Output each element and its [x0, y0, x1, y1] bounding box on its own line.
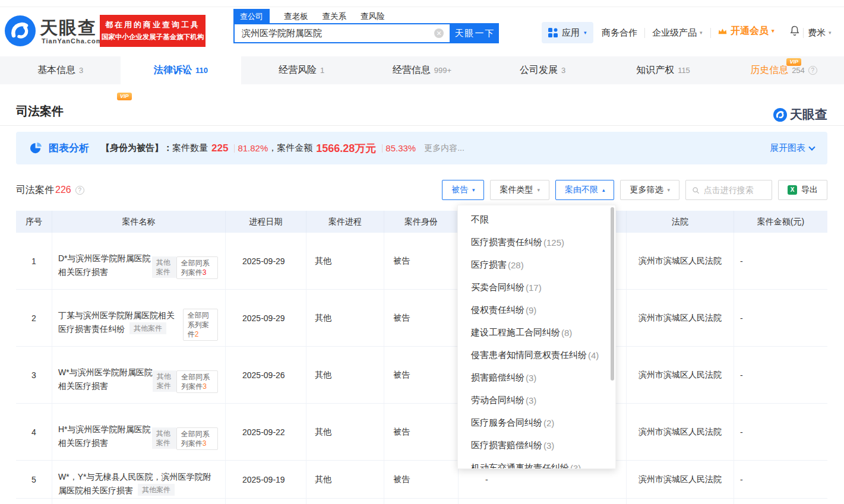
search-tab-relation[interactable]: 查关系: [323, 11, 347, 22]
tab-count: 254: [792, 66, 805, 75]
search-tab-boss[interactable]: 查老板: [284, 11, 308, 22]
tianyancha-logo-icon[interactable]: [5, 15, 36, 46]
case-amount-percent: 85.33%: [385, 143, 416, 153]
cause-option-label: 医疗损害: [471, 259, 507, 271]
series-count: 2: [195, 330, 199, 338]
list-count: 226: [55, 185, 71, 195]
cause-option-count: (9): [526, 305, 536, 315]
cause-option[interactable]: 损害赔偿纠纷(3): [458, 366, 615, 389]
expand-chart-label: 展开图表: [770, 142, 805, 154]
case-name-link[interactable]: W*，Y*与无棣县人民医院，滨州医学院附属医院相关医疗损害: [58, 472, 211, 495]
vip-badge: VIP: [786, 58, 801, 66]
tab-intellectual-property[interactable]: 知识产权 115: [603, 56, 723, 84]
search-tab-risk[interactable]: 查风险: [361, 11, 385, 22]
series-count: 3: [203, 439, 207, 448]
case-name-link[interactable]: D*与滨州医学院附属医院相关医疗损害: [58, 253, 151, 277]
cause-option[interactable]: 侵权责任纠纷(9): [458, 299, 615, 321]
series-cases-tag[interactable]: 全部同系列案件3: [176, 370, 218, 393]
open-vip-label: 开通会员: [731, 25, 769, 37]
chart-analysis-label[interactable]: 图表分析: [49, 141, 89, 155]
filter-cause-button[interactable]: 案由不限 ▴: [555, 180, 615, 200]
table-row: 4 H*与滨州医学院附属医院相关医疗损害 其他案件 全部同系列案件3 2025-…: [16, 404, 827, 461]
filter-role-label: 被告: [451, 185, 468, 195]
search-tab-company[interactable]: 查公司: [233, 9, 270, 24]
filter-more-button[interactable]: 更多筛选 ▾: [620, 180, 679, 200]
tab-legal-proceedings[interactable]: 法律诉讼 110: [121, 56, 241, 84]
case-name-cell: W*，Y*与无棣县人民医院，滨州医学院附属医院相关医疗损害其他案件: [52, 461, 226, 498]
col-header-no: 序号: [16, 211, 52, 233]
case-process: 其他: [306, 404, 384, 460]
cause-option-label: 医疗服务合同纠纷: [471, 417, 542, 429]
case-type-tag: 其他案件: [138, 484, 175, 496]
caret-down-icon: ▾: [472, 188, 475, 193]
clear-search-icon[interactable]: ✕: [434, 28, 444, 38]
process-date: 2025-09-19: [226, 461, 306, 498]
cause-option[interactable]: 建设工程施工合同纠纷(8): [458, 321, 615, 344]
tab-basic-info[interactable]: 基本信息 3: [0, 56, 121, 84]
series-cases-tag[interactable]: 全部同系列案件3: [176, 427, 218, 450]
col-header-role: 案件身份: [384, 211, 459, 233]
tianyancha-logo-icon: [773, 108, 787, 122]
tab-count: 110: [195, 66, 208, 75]
nav-apps-button[interactable]: 应用 ▾: [542, 22, 593, 43]
case-amount: -: [734, 233, 827, 289]
page-title: 司法案件: [16, 103, 64, 119]
cause-option-label: 建设工程施工合同纠纷: [471, 327, 560, 338]
dropdown-scrollbar[interactable]: [611, 207, 614, 381]
cause-option[interactable]: 侵害患者知情同意权责任纠纷(4): [458, 344, 615, 366]
cause-option[interactable]: 买卖合同纠纷(17): [458, 276, 615, 299]
cause-option[interactable]: 不限: [458, 208, 615, 231]
case-name-cell: H*与滨州医学院附属医院相关医疗损害 其他案件 全部同系列案件3: [52, 404, 226, 460]
cause-option-count: (3): [526, 395, 536, 405]
cause-option-label: 侵权责任纠纷: [471, 305, 524, 316]
export-button[interactable]: X 导出: [778, 180, 827, 200]
case-name-link[interactable]: W*与滨州医学院附属医院相关医疗损害: [58, 367, 153, 391]
cause-option[interactable]: 劳动合同纠纷(3): [458, 389, 615, 411]
case-amount: -: [734, 347, 827, 403]
nav-cooperation[interactable]: 商务合作: [602, 27, 637, 39]
tab-business-info[interactable]: 经营信息 999+: [362, 56, 482, 84]
case-name-link[interactable]: H*与滨州医学院附属医院相关医疗损害: [58, 424, 151, 448]
court-name: 滨州市滨城区人民法院: [627, 461, 734, 498]
nav-enterprise[interactable]: 企业级产品 ▾: [652, 27, 703, 39]
table-body: 1 D*与滨州医学院附属医院相关医疗损害 其他案件 全部同系列案件3 2025-…: [16, 233, 827, 504]
cause-option[interactable]: 医疗服务合同纠纷(2): [458, 411, 615, 434]
case-role: 被告: [384, 233, 459, 289]
caret-up-icon: ▴: [602, 188, 605, 193]
help-icon[interactable]: ?: [75, 186, 84, 195]
help-icon[interactable]: ?: [808, 66, 817, 75]
col-header-court: 法院: [627, 211, 734, 233]
tab-company-development[interactable]: 公司发展 3: [482, 56, 603, 84]
cause-option[interactable]: 机动车交通事故责任纠纷(3): [458, 457, 615, 469]
expand-chart-button[interactable]: 展开图表: [770, 142, 814, 154]
search-button[interactable]: 天眼一下: [451, 23, 499, 43]
chevron-down-icon: ▾: [700, 30, 703, 36]
tab-count: 1: [320, 66, 324, 75]
divider: [0, 125, 844, 126]
user-menu[interactable]: 费米 ▾: [808, 27, 832, 39]
watermark-logo: 天眼查: [773, 106, 827, 123]
series-cases-tag[interactable]: 全部同系列案件3: [176, 256, 218, 279]
process-date: 2025-09-22: [226, 404, 306, 460]
open-vip-button[interactable]: 开通会员 ▾: [717, 25, 775, 37]
col-header-date: 进程日期: [226, 211, 306, 233]
process-date: 2025-09-26: [226, 347, 306, 403]
list-search-box: [685, 180, 772, 200]
tab-history-info[interactable]: VIP 历史信息 254 ?: [723, 56, 844, 84]
tab-operational-risk[interactable]: 经营风险 1: [241, 56, 362, 84]
caret-down-icon: ▾: [667, 188, 670, 193]
tab-count: 115: [678, 66, 690, 75]
cause-option[interactable]: 医疗损害责任纠纷(125): [458, 231, 615, 253]
search-input[interactable]: [235, 28, 434, 39]
brand-name[interactable]: 天眼查: [40, 16, 97, 40]
nav-divider: [710, 28, 711, 38]
search-box: ✕: [233, 23, 451, 43]
filter-case-type-button[interactable]: 案件类型 ▾: [490, 180, 549, 200]
cause-option[interactable]: 医疗损害(28): [458, 253, 615, 276]
filter-role-button[interactable]: 被告 ▾: [442, 180, 485, 200]
series-cases-tag[interactable]: 全部同系列案件2: [183, 309, 218, 341]
list-search-input[interactable]: [704, 185, 766, 195]
cause-option[interactable]: 医疗损害赔偿纠纷(3): [458, 434, 615, 457]
case-process: 其他: [306, 347, 384, 403]
notification-bell-icon[interactable]: [789, 25, 801, 39]
